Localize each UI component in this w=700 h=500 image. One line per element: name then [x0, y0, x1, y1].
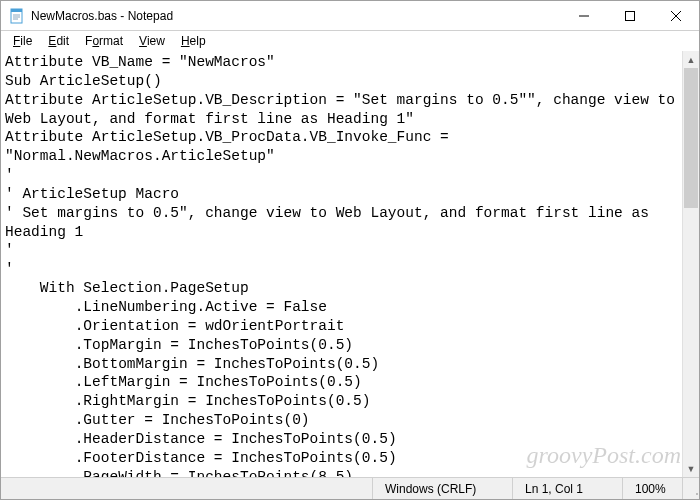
menu-file[interactable]: File — [5, 32, 40, 50]
scroll-thumb[interactable] — [684, 68, 698, 208]
minimize-button[interactable] — [561, 1, 607, 30]
menu-help[interactable]: Help — [173, 32, 214, 50]
window-title: NewMacros.bas - Notepad — [31, 9, 561, 23]
status-zoom: 100% — [622, 478, 682, 499]
status-line-ending: Windows (CRLF) — [372, 478, 512, 499]
statusbar: Windows (CRLF) Ln 1, Col 1 100% ⋰ — [1, 477, 699, 499]
titlebar: NewMacros.bas - Notepad — [1, 1, 699, 31]
menubar: File Edit Format View Help — [1, 31, 699, 51]
window-controls — [561, 1, 699, 30]
maximize-button[interactable] — [607, 1, 653, 30]
svg-rect-6 — [626, 11, 635, 20]
resize-grip-icon[interactable]: ⋰ — [682, 478, 699, 499]
status-cursor-position: Ln 1, Col 1 — [512, 478, 622, 499]
editor-area: Attribute VB_Name = "NewMacros" Sub Arti… — [1, 51, 699, 477]
notepad-icon — [9, 8, 25, 24]
menu-edit[interactable]: Edit — [40, 32, 77, 50]
menu-view[interactable]: View — [131, 32, 173, 50]
svg-rect-1 — [11, 9, 22, 12]
text-editor[interactable]: Attribute VB_Name = "NewMacros" Sub Arti… — [1, 51, 682, 477]
scroll-up-arrow[interactable]: ▲ — [683, 51, 699, 68]
menu-format[interactable]: Format — [77, 32, 131, 50]
close-button[interactable] — [653, 1, 699, 30]
scroll-track[interactable] — [683, 68, 699, 460]
vertical-scrollbar[interactable]: ▲ ▼ — [682, 51, 699, 477]
scroll-down-arrow[interactable]: ▼ — [683, 460, 699, 477]
